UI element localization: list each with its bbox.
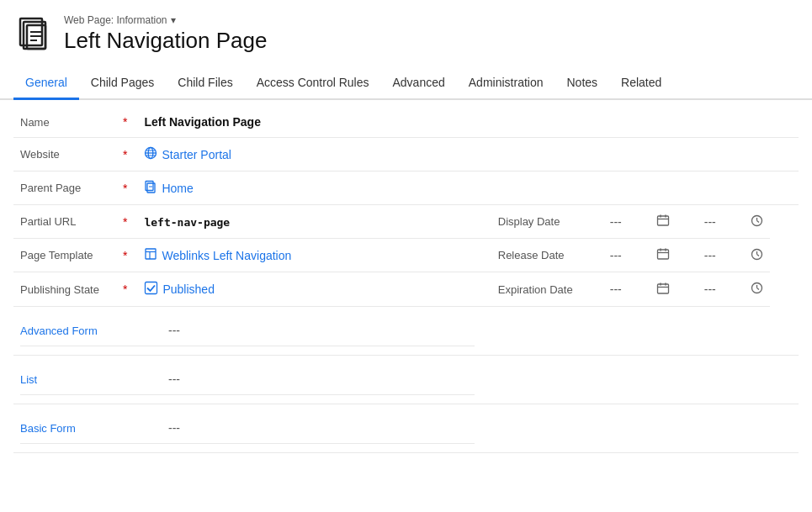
publishing-state-row: Publishing State * Published Expiration … [13, 272, 799, 307]
publishing-state-label: Publishing State [13, 272, 114, 307]
website-label: Website [13, 138, 114, 172]
svg-rect-32 [657, 284, 668, 293]
breadcrumb-label: Web Page: Information [64, 14, 167, 26]
release-date-time-value: --- [677, 239, 744, 272]
website-required: * [123, 148, 127, 161]
tab-advanced[interactable]: Advanced [381, 67, 457, 100]
tab-access-control-rules[interactable]: Access Control Rules [245, 67, 381, 100]
list-inner: List --- [20, 364, 475, 395]
name-label: Name [13, 107, 114, 138]
tab-related[interactable]: Related [609, 67, 673, 100]
display-date-label: Display Date [481, 205, 582, 239]
page-template-value: Weblinks Left Navigation [137, 239, 480, 272]
expiration-date-label: Expiration Date [481, 272, 582, 307]
svg-line-30 [756, 254, 759, 256]
tab-notes[interactable]: Notes [555, 67, 609, 100]
page-template-label: Page Template [13, 239, 114, 272]
parent-page-row: Parent Page * Home [13, 172, 799, 205]
display-date-clock-icon[interactable] [744, 205, 770, 239]
list-value: --- [168, 372, 180, 386]
release-date-calendar-icon[interactable] [650, 239, 677, 272]
svg-rect-21 [146, 249, 156, 259]
display-date-value: --- [582, 205, 650, 239]
svg-line-38 [756, 288, 759, 290]
svg-rect-24 [657, 250, 668, 259]
header-text-group: Web Page: Information ▾ Left Navigation … [64, 14, 267, 54]
website-link[interactable]: Starter Portal [144, 146, 231, 162]
list-row: List --- [13, 356, 799, 404]
parent-page-label: Parent Page [13, 172, 114, 205]
website-row: Website * Starter Portal [13, 138, 799, 172]
breadcrumb[interactable]: Web Page: Information ▾ [64, 14, 267, 26]
svg-rect-31 [146, 282, 157, 294]
partial-url-required: * [123, 215, 127, 229]
page-template-link[interactable]: Weblinks Left Navigation [144, 247, 291, 263]
expiration-date-calendar-icon[interactable] [650, 272, 677, 307]
page-template-required: * [123, 249, 127, 262]
advanced-form-row: Advanced Form --- [13, 307, 799, 356]
page-link-icon [144, 180, 157, 196]
release-date-value: --- [582, 239, 650, 272]
parent-page-value: Home [137, 172, 480, 205]
tab-bar: General Child Pages Child Files Access C… [0, 67, 812, 100]
partial-url-row: Partial URL * left-nav-page Display Date… [13, 205, 799, 239]
expiration-date-clock-icon[interactable] [744, 272, 770, 307]
name-row: Name * Left Navigation Page [13, 107, 799, 138]
display-date-calendar-icon[interactable] [650, 205, 677, 239]
name-required: * [123, 115, 127, 129]
form-table: Name * Left Navigation Page Website * [13, 107, 799, 480]
basic-form-link[interactable]: Basic Form [20, 422, 76, 435]
breadcrumb-arrow-icon: ▾ [171, 14, 176, 26]
page-template-row: Page Template * Weblinks Left Navigation… [13, 239, 799, 272]
tab-child-files[interactable]: Child Files [166, 67, 244, 100]
main-content: Name * Left Navigation Page Website * [0, 107, 812, 480]
tab-child-pages[interactable]: Child Pages [79, 67, 167, 100]
advanced-form-inner: Advanced Form --- [20, 315, 475, 346]
tab-general[interactable]: General [13, 67, 79, 100]
release-date-clock-icon[interactable] [744, 239, 770, 272]
page-title: Left Navigation Page [64, 28, 267, 54]
svg-line-20 [756, 220, 759, 222]
svg-rect-14 [657, 216, 668, 225]
page-icon [13, 13, 54, 54]
published-icon [144, 281, 158, 298]
advanced-form-value: --- [168, 324, 180, 337]
expiration-date-value: --- [582, 272, 650, 307]
partial-url-value: left-nav-page [137, 205, 480, 239]
template-icon [144, 247, 157, 263]
basic-form-inner: Basic Form --- [20, 413, 475, 444]
globe-icon [144, 146, 157, 162]
publishing-state-required: * [123, 282, 127, 296]
basic-form-value: --- [168, 421, 180, 435]
basic-form-row: Basic Form --- [13, 404, 799, 453]
tab-administration[interactable]: Administration [457, 67, 555, 100]
parent-page-required: * [123, 182, 127, 195]
bottom-spacer-row [13, 453, 799, 480]
display-date-time-value: --- [677, 205, 744, 239]
expiration-date-time-value: --- [677, 272, 744, 307]
name-value: Left Navigation Page [137, 107, 480, 138]
partial-url-label: Partial URL [13, 205, 114, 239]
parent-page-link[interactable]: Home [144, 180, 193, 196]
website-value: Starter Portal [137, 138, 480, 172]
list-link[interactable]: List [20, 373, 37, 386]
release-date-label: Release Date [481, 239, 582, 272]
publishing-state-link[interactable]: Published [144, 281, 215, 298]
advanced-form-link[interactable]: Advanced Form [20, 325, 98, 337]
publishing-state-value: Published [137, 272, 480, 307]
page-header: Web Page: Information ▾ Left Navigation … [0, 0, 812, 64]
